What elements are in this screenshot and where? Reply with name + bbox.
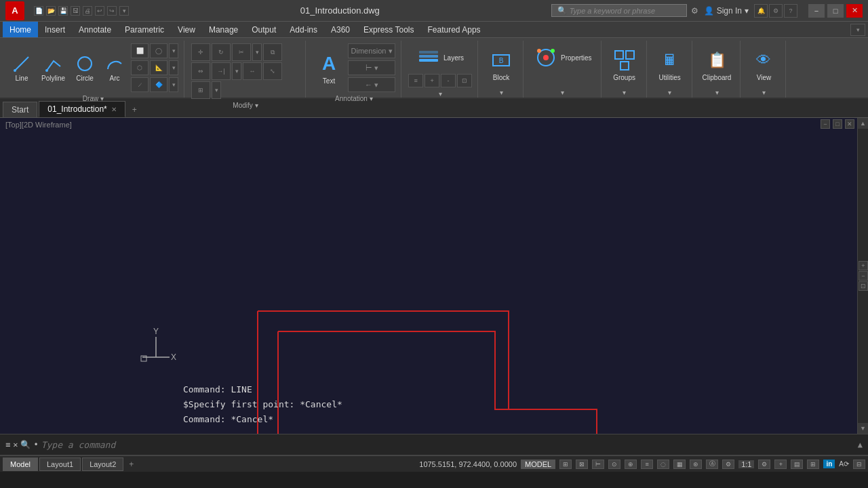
- workspace-toggle[interactable]: ⚙: [722, 460, 734, 469]
- menu-output[interactable]: Output: [245, 22, 283, 37]
- status-extra[interactable]: ⊟: [853, 460, 865, 469]
- tool-text[interactable]: A Text: [313, 49, 345, 87]
- annot-extra2[interactable]: ← ▾: [348, 77, 395, 92]
- annot-extra1[interactable]: ⊢ ▾: [348, 60, 395, 75]
- menu-parametric[interactable]: Parametric: [118, 22, 171, 37]
- tool-view[interactable]: 👁 View: [747, 46, 780, 83]
- layout-add-button[interactable]: +: [125, 460, 138, 469]
- menu-addins[interactable]: Add-ins: [283, 22, 324, 37]
- qat-open[interactable]: 📂: [46, 6, 56, 16]
- mod-extra2[interactable]: ▾: [232, 62, 241, 80]
- drawing-canvas[interactable]: [0, 118, 868, 434]
- mod-extend[interactable]: →|: [212, 62, 231, 80]
- annotation-toggle[interactable]: Ⓐ: [706, 460, 718, 469]
- scroll-down-button[interactable]: ▼: [858, 423, 868, 434]
- menu-annotate[interactable]: Annotate: [72, 22, 118, 37]
- tab-add-button[interactable]: +: [127, 102, 142, 117]
- transparency-toggle[interactable]: ◌: [657, 460, 669, 469]
- qat-save[interactable]: 💾: [58, 6, 68, 16]
- qat-new[interactable]: 📄: [34, 6, 43, 16]
- tab-start[interactable]: Start: [3, 102, 37, 117]
- menu-manage[interactable]: Manage: [202, 22, 245, 37]
- layer-extra3[interactable]: -: [441, 74, 456, 87]
- menu-home[interactable]: Home: [3, 22, 38, 37]
- tool-properties[interactable]: Properties: [530, 43, 595, 72]
- qat-redo[interactable]: ↪: [107, 6, 117, 16]
- mod-array[interactable]: ⊞: [191, 81, 210, 99]
- close-button[interactable]: ✕: [846, 4, 863, 18]
- menu-express[interactable]: Express Tools: [357, 22, 420, 37]
- viewport-close[interactable]: ✕: [845, 119, 854, 129]
- command-input[interactable]: [41, 440, 855, 450]
- mod-scale[interactable]: ⤡: [263, 62, 282, 80]
- tool-layers[interactable]: Layers: [413, 43, 467, 72]
- layout-tab-model[interactable]: Model: [3, 458, 38, 471]
- lineweight-toggle[interactable]: ≡: [641, 460, 653, 469]
- notification-button[interactable]: +: [774, 460, 787, 469]
- menu-a360[interactable]: A360: [324, 22, 357, 37]
- scrollbar-vertical[interactable]: ▲ ▼ + − ⊡: [857, 118, 868, 434]
- qat-print[interactable]: 🖨: [83, 6, 92, 16]
- nav-zoom-in[interactable]: +: [859, 261, 868, 270]
- snap-toggle[interactable]: ⊠: [576, 460, 588, 469]
- settings-button[interactable]: ⚙: [758, 460, 770, 469]
- search-options-icon[interactable]: ⚙: [691, 6, 698, 16]
- draw-extra-6[interactable]: 🔷: [150, 77, 167, 92]
- help-icon[interactable]: ?: [784, 4, 797, 18]
- cmd-lock-icon[interactable]: ≡: [5, 440, 10, 449]
- menu-featured[interactable]: Featured Apps: [421, 22, 488, 37]
- draw-extra-1[interactable]: ⬜: [131, 43, 149, 58]
- nav-zoom-out[interactable]: −: [859, 271, 868, 281]
- tool-polyline[interactable]: Polyline: [38, 52, 68, 84]
- osnap-toggle[interactable]: ⊕: [625, 460, 637, 469]
- tool-groups[interactable]: Groups: [608, 46, 641, 83]
- layer-extra4[interactable]: ⊡: [457, 74, 472, 87]
- ortho-toggle[interactable]: ⊢: [592, 460, 604, 469]
- info-icon[interactable]: 🔔: [754, 4, 768, 18]
- draw-extra-dropdown3[interactable]: ▾: [169, 77, 178, 92]
- gizmo-toggle[interactable]: ⊛: [690, 460, 702, 469]
- select-toggle[interactable]: ▦: [673, 460, 686, 469]
- tool-arc[interactable]: Arc: [101, 52, 128, 84]
- menu-view[interactable]: View: [171, 22, 202, 37]
- modify-expand-icon[interactable]: ▾: [255, 102, 258, 109]
- search-box[interactable]: 🔍 Type a keyword or phrase: [551, 4, 687, 17]
- annotation-expand-icon[interactable]: ▾: [370, 95, 373, 102]
- mod-extra1[interactable]: ▾: [252, 43, 262, 61]
- viewport-maximize[interactable]: □: [833, 119, 842, 129]
- utilities-expand-icon[interactable]: ▾: [668, 89, 671, 96]
- linkedin-icon[interactable]: in: [823, 460, 835, 468]
- tool-utilities[interactable]: 🖩 Utilities: [654, 46, 686, 83]
- block-expand-icon[interactable]: ▾: [500, 89, 503, 96]
- groups-expand-icon[interactable]: ▾: [623, 89, 626, 96]
- annot-linear[interactable]: Dimension ▾: [348, 43, 395, 58]
- cmd-expand-icon[interactable]: ▲: [858, 440, 863, 449]
- qat-more[interactable]: ▾: [119, 6, 129, 16]
- tool-block[interactable]: B Block: [485, 46, 517, 83]
- mod-trim[interactable]: ✂: [232, 43, 251, 61]
- grid-toggle[interactable]: ⊞: [559, 460, 572, 469]
- cmd-close-icon[interactable]: ✕: [13, 440, 18, 449]
- maximize-button[interactable]: □: [827, 4, 844, 18]
- sign-in-button[interactable]: 👤 Sign In ▾: [704, 6, 749, 16]
- draw-extra-5[interactable]: ⟋: [131, 77, 149, 92]
- scroll-up-button[interactable]: ▲: [858, 118, 868, 129]
- options-icon[interactable]: ⚙: [769, 4, 783, 18]
- layer-extra1[interactable]: ≡: [408, 74, 423, 87]
- mod-stretch[interactable]: ↔: [243, 62, 262, 80]
- qat-save-as[interactable]: 🖫: [71, 6, 80, 16]
- layout-options[interactable]: ▤: [791, 460, 803, 469]
- autodesk-icon[interactable]: A⟳: [839, 460, 849, 468]
- mod-mirror[interactable]: ⇔: [191, 62, 210, 80]
- layers-expand-icon[interactable]: ▾: [439, 90, 442, 98]
- tool-line[interactable]: Line: [8, 52, 35, 84]
- mod-copy[interactable]: ⧉: [263, 43, 282, 61]
- minimize-button[interactable]: −: [808, 4, 825, 18]
- tool-circle[interactable]: Circle: [71, 52, 98, 84]
- nav-zoom-fit[interactable]: ⊡: [859, 281, 868, 291]
- polar-toggle[interactable]: ⊙: [608, 460, 620, 469]
- layer-extra2[interactable]: +: [425, 74, 439, 87]
- viewport-options[interactable]: ⊞: [807, 460, 819, 469]
- mod-extra3[interactable]: ▾: [212, 81, 221, 99]
- menu-insert[interactable]: Insert: [38, 22, 72, 37]
